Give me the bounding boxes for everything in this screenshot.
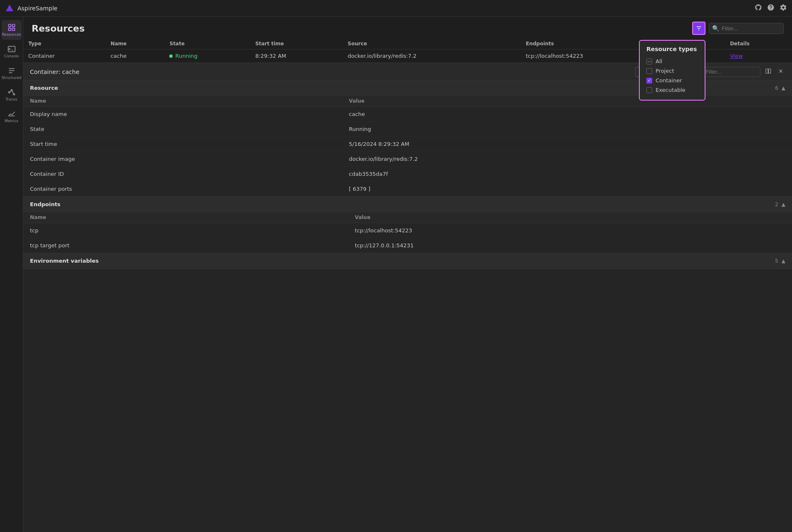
svg-point-10 [8,91,10,93]
app-logo [5,4,14,13]
resources-panel: Resources Resource types [23,17,792,63]
resource-row-start-time: Start time 5/16/2024 8:29:32 AM [23,137,792,152]
sidebar-item-structured-label: Structured [2,76,22,80]
sidebar-item-console-label: Console [4,54,19,58]
sidebar-item-traces-label: Traces [5,98,17,101]
detail-section-endpoints: Endpoints 2 ▲ Name Value [23,197,792,254]
endpoints-col-value: Value [348,212,792,223]
filter-input[interactable] [709,23,784,34]
resource-type-project-label: Project [656,68,674,74]
resource-value-container-id: cdab3535da7f [342,167,792,182]
resource-value-start-time: 5/16/2024 8:29:32 AM [342,137,792,152]
resources-title: Resources [32,23,687,34]
resource-field-container-image: Container image [23,152,342,167]
resource-field-state: State [23,122,342,137]
resource-value-container-image: docker.io/library/redis:7.2 [342,152,792,167]
section-endpoints-chevron: ▲ [782,202,785,207]
resource-row-state: State Running [23,122,792,137]
endpoint-value-tcp: tcp://localhost:54223 [348,223,792,238]
row-source: docker.io/library/redis:7.2 [343,49,521,63]
state-dot [169,54,173,58]
resource-type-all-checkbox[interactable] [646,59,652,64]
resource-row-container-id: Container ID cdab3535da7f [23,167,792,182]
resource-type-project[interactable]: Project [646,66,698,76]
resource-types-popup: Resource types All Project Container [639,40,705,101]
details-view-link[interactable]: View [730,53,743,59]
filter-search-icon: 🔍 [712,25,719,32]
resource-row-display-name: Display name cache [23,107,792,122]
detail-section-environment: Environment variables 5 ▲ [23,254,792,269]
detail-content: Resource 6 ▲ Name Value [23,81,792,532]
filter-input-wrap: 🔍 [709,23,784,34]
content-area: Resources Resource types [23,17,792,532]
section-header-endpoints[interactable]: Endpoints 2 ▲ [23,197,792,212]
section-endpoints-title: Endpoints [30,201,775,207]
resource-type-executable[interactable]: Executable [646,85,698,95]
row-name: cache [106,49,165,63]
sidebar-item-structured[interactable]: Structured [2,63,22,83]
main-layout: Resources Console Structured [0,17,792,532]
resources-header: Resources Resource types [23,17,792,38]
resource-type-container-checkbox[interactable] [646,78,652,84]
resource-value-container-ports: [ 6379 ] [342,182,792,197]
row-start-time: 8:29:32 AM [250,49,343,63]
resource-type-executable-checkbox[interactable] [646,87,652,93]
resource-value-display-name: cache [342,107,792,122]
sidebar-item-metrics[interactable]: Metrics [2,106,22,126]
svg-rect-1 [8,25,11,27]
endpoint-field-tcp-target: tcp target port [23,238,348,253]
endpoints-col-name: Name [23,212,348,223]
row-details[interactable]: View [725,49,792,63]
sidebar-item-resources[interactable]: Resources [2,20,22,40]
resource-field-display-name: Display name [23,107,342,122]
resource-col-value: Value [342,96,792,107]
col-details: Details [725,38,792,49]
section-resource-chevron: ▲ [782,85,785,91]
col-name: Name [106,38,165,49]
resource-type-container-label: Container [656,77,682,84]
section-environment-count: 5 [775,258,778,264]
detail-close-button[interactable] [776,66,785,77]
resource-type-all[interactable]: All [646,57,698,66]
resource-col-name: Name [23,96,342,107]
detail-split-icon[interactable] [764,66,773,77]
svg-rect-3 [8,28,11,31]
detail-title: Container: cache [30,69,632,75]
sidebar-item-traces[interactable]: Traces [2,85,22,105]
resource-value-state: Running [342,122,792,137]
svg-marker-0 [6,5,13,11]
resource-type-container[interactable]: Container [646,76,698,85]
endpoints-detail-table: Name Value tcp tcp://localhost:54223 tcp… [23,212,792,253]
svg-rect-24 [766,69,768,74]
section-header-environment[interactable]: Environment variables 5 ▲ [23,254,792,268]
state-text: Running [175,53,197,59]
settings-icon[interactable] [780,4,787,13]
col-source: Source [343,38,521,49]
svg-line-13 [10,91,10,92]
filter-area: Resource types All Project Container [692,22,784,35]
svg-rect-25 [769,69,771,74]
resource-type-all-label: All [656,58,662,64]
github-icon[interactable] [755,4,762,13]
row-state: Running [164,49,250,63]
resource-field-container-ports: Container ports [23,182,342,197]
resource-row-container-image: Container image docker.io/library/redis:… [23,152,792,167]
section-endpoints-count: 2 [775,202,778,207]
resource-type-executable-label: Executable [656,87,686,93]
section-resource-count: 6 [775,85,778,91]
detail-panel: Container: cache View logs [23,63,792,532]
sidebar-item-resources-label: Resources [2,33,21,37]
endpoint-field-tcp: tcp [23,223,348,238]
resource-detail-table: Name Value Display name cache State [23,96,792,197]
col-state: State [164,38,250,49]
sidebar-item-metrics-label: Metrics [5,119,18,123]
resource-type-project-checkbox[interactable] [646,68,652,74]
section-environment-title: Environment variables [30,258,775,264]
endpoint-value-tcp-target: tcp://127.0.0.1:54231 [348,238,792,253]
svg-rect-4 [12,28,15,31]
resource-type-filter-button[interactable] [692,22,705,35]
help-icon[interactable] [767,4,775,13]
col-type: Type [23,38,106,49]
sidebar-item-console[interactable]: Console [2,42,22,62]
svg-rect-2 [12,25,15,27]
